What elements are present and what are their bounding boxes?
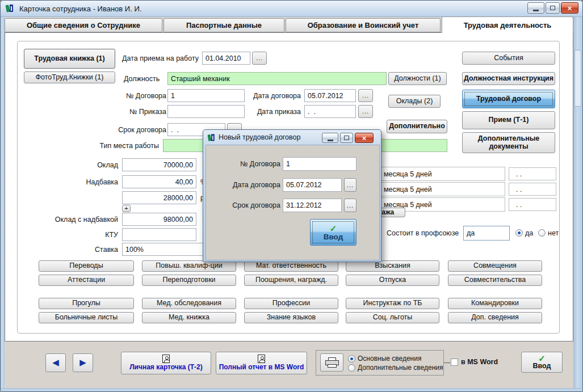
experience-date-1[interactable]: . . [509, 167, 556, 180]
union-yes-label: да [525, 229, 533, 237]
personal-card-label: Личная карточка (Т-2) [129, 364, 203, 371]
position-field[interactable] [167, 72, 387, 85]
additional-info-radio-label: Дополнительные сведения [358, 364, 443, 372]
sick-leaves-button[interactable]: Больничные листы [39, 312, 134, 323]
dialog-maximize-button[interactable] [340, 133, 353, 143]
medical-book-button[interactable]: Мед. книжка [142, 312, 236, 323]
tab-labor-activity[interactable]: Трудовая деятельность [442, 16, 573, 33]
labor-contract-button[interactable]: Трудовой договор [462, 90, 555, 108]
dialog-maximize-icon [344, 136, 349, 140]
order-no-field[interactable] [167, 105, 245, 118]
contract-date-field[interactable] [304, 89, 356, 102]
vacations-button[interactable]: Отпуска [346, 275, 439, 286]
transfers-button[interactable]: Переводы [39, 260, 134, 272]
positions-button[interactable]: Должности (1) [388, 72, 447, 85]
contract-no-field[interactable] [167, 89, 245, 102]
contract-date-picker-button[interactable]: ... [358, 89, 373, 102]
close-icon: × [568, 4, 572, 12]
attestations-button[interactable]: Аттестации [39, 275, 134, 286]
dialog-contract-no-field[interactable] [283, 157, 356, 171]
business-trips-button[interactable]: Командировки [448, 298, 542, 309]
job-description-button[interactable]: Должностная инструкция [462, 72, 555, 85]
full-report-word-button[interactable]: Полный отчет в MS Word [216, 352, 307, 374]
word-checkbox[interactable] [451, 359, 458, 366]
dialog-submit-button[interactable]: ✓ Ввод [310, 219, 356, 246]
ktu-field[interactable] [122, 228, 196, 241]
next-record-button[interactable]: ▶ [73, 353, 93, 372]
tab-education-military[interactable]: Образование и Воинский учет [286, 18, 441, 32]
absences-button[interactable]: Прогулы [39, 298, 134, 309]
safety-training-button[interactable]: Инструктаж по ТБ [346, 298, 439, 309]
dialog-term-picker[interactable]: ... [344, 199, 356, 212]
person-card-icon [162, 355, 170, 363]
hiring-t1-button[interactable]: Прием (Т-1) [462, 111, 555, 129]
experience-date-3[interactable]: . . [509, 198, 556, 211]
penalties-button[interactable]: Взыскания [346, 260, 439, 272]
salaries-button[interactable]: Оклады (2) [388, 95, 441, 108]
work-book-button[interactable]: Трудовая книжка (1) [24, 49, 115, 69]
order-date-label: Дата приказа [238, 108, 301, 116]
printer-icon [325, 357, 339, 368]
second-jobs-button[interactable]: Совместительства [448, 275, 542, 286]
print-button[interactable] [320, 353, 343, 372]
vertical-scrollbar-thumb[interactable] [574, 50, 581, 107]
employee-card-window: Карточка сотрудника - Иванов И. И. × Общ… [0, 0, 583, 392]
qualification-button[interactable]: Повыш. квалиф-ции [142, 260, 236, 272]
order-date-field[interactable] [304, 105, 356, 118]
main-info-radio[interactable] [348, 355, 355, 363]
tab-passport-data[interactable]: Паспортные данные [163, 18, 284, 32]
dialog-contract-date-label: Дата договора [206, 181, 280, 189]
new-contract-dialog: Новый трудовой договор × № Договора Дата… [203, 129, 381, 262]
dialog-close-icon: × [362, 134, 367, 142]
dialog-contract-date-field[interactable] [283, 178, 342, 192]
additional-info-radio[interactable] [348, 364, 355, 372]
personal-card-t2-button[interactable]: Личная карточка (Т-2) [121, 352, 211, 374]
experience-date-2[interactable]: . . [509, 183, 556, 196]
retraining-button[interactable]: Переподготовки [142, 275, 236, 286]
footer-submit-label: Ввод [533, 363, 551, 370]
material-responsibility-button[interactable]: Мат. ответственность [244, 260, 338, 272]
contract-date-label: Дата договора [238, 92, 301, 100]
dialog-contract-no-label: № Договора [206, 160, 280, 168]
events-button[interactable]: События [462, 52, 555, 65]
connector-line [444, 363, 450, 363]
union-no-radio[interactable] [538, 229, 546, 237]
footer-submit-button[interactable]: ✓ Ввод [521, 352, 563, 373]
additional-button[interactable]: Дополнительно [387, 120, 447, 133]
social-benefits-button[interactable]: Соц. льготы [346, 312, 439, 323]
dialog-contract-date-picker[interactable]: ... [344, 178, 356, 192]
title-bar[interactable]: Карточка сотрудника - Иванов И. И. × [0, 0, 583, 17]
tab-general-info[interactable]: Общие сведения о Сотруднике [5, 18, 162, 32]
languages-button[interactable]: Знание языков [244, 312, 338, 323]
additional-documents-button[interactable]: Дополнительные документы [462, 132, 555, 153]
bonus-rubles-field[interactable] [122, 191, 196, 204]
maximize-icon [550, 6, 555, 10]
professions-button[interactable]: Профессии [244, 298, 338, 309]
union-yes-radio[interactable] [515, 229, 523, 237]
salary-total-field[interactable] [122, 213, 196, 226]
dialog-minimize-icon [328, 140, 333, 141]
hire-date-field[interactable] [202, 52, 250, 65]
combinations-button[interactable]: Совмещения [448, 260, 542, 272]
workplace-type-label: Тип места работы [57, 142, 159, 150]
bonus-label: Надбавка [34, 178, 118, 186]
prev-record-button[interactable]: ◀ [45, 353, 66, 372]
union-field[interactable] [463, 226, 510, 241]
rate-field[interactable] [122, 243, 205, 256]
additional-info-button[interactable]: Доп. сведения [448, 312, 542, 323]
dialog-close-button[interactable]: × [355, 133, 374, 143]
order-date-picker-button[interactable]: ... [358, 105, 373, 118]
plus-button[interactable]: + [122, 205, 131, 212]
maximize-button[interactable] [546, 2, 560, 14]
window-border-left [0, 17, 5, 389]
dialog-term-field[interactable] [283, 199, 342, 212]
medical-examinations-button[interactable]: Мед. обследования [142, 298, 236, 309]
photo-work-book-button[interactable]: ФотоТруд.Книжки (1) [24, 71, 115, 83]
rewards-button[interactable]: Поощрения, награжд. [244, 275, 338, 286]
close-button[interactable]: × [561, 2, 578, 14]
salary-field[interactable] [122, 158, 196, 171]
bonus-percent-field[interactable] [122, 175, 196, 188]
hire-date-picker-button[interactable]: ... [252, 52, 267, 65]
dialog-minimize-button[interactable] [322, 133, 338, 143]
minimize-button[interactable] [527, 2, 544, 14]
